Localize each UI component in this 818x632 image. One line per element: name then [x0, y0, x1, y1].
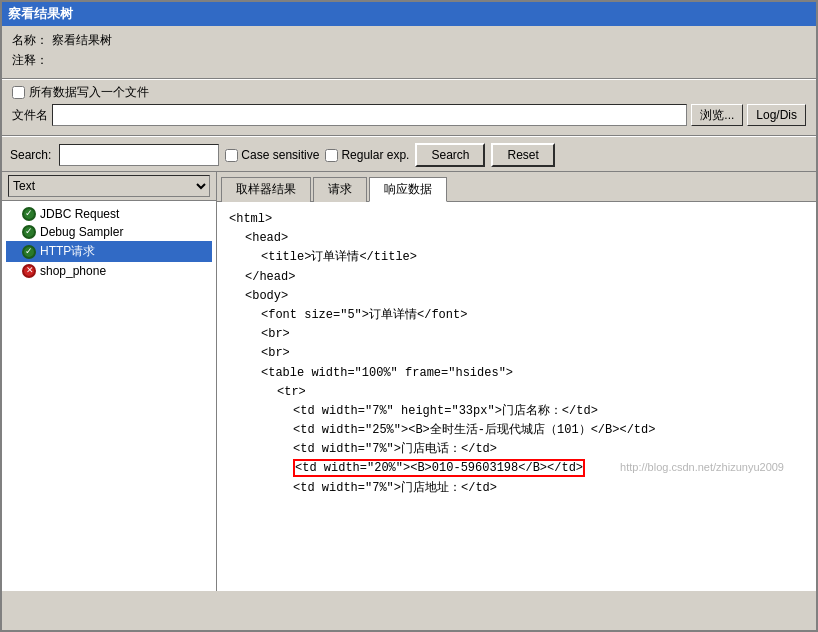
status-icon-green — [22, 245, 36, 259]
title-bar: 察看结果树 — [2, 2, 816, 26]
name-value: 察看结果树 — [52, 32, 112, 49]
tree-item-debug[interactable]: Debug Sampler — [6, 223, 212, 241]
reset-button[interactable]: Reset — [491, 143, 554, 167]
search-input[interactable] — [59, 144, 219, 166]
regular-exp-label: Regular exp. — [325, 148, 409, 162]
tree-area: JDBC Request Debug Sampler HTTP请求 shop_p… — [2, 201, 216, 591]
left-panel-header: Text — [2, 172, 216, 201]
right-panel: 取样器结果 请求 响应数据 <html> <head> <title>订单详情<… — [217, 172, 816, 591]
xml-line-2: <head> — [229, 229, 804, 248]
tabs-bar: 取样器结果 请求 响应数据 — [217, 172, 816, 202]
tree-item-http[interactable]: HTTP请求 — [6, 241, 212, 262]
tree-item-label-jdbc: JDBC Request — [40, 207, 119, 221]
tab-sampler[interactable]: 取样器结果 — [221, 177, 311, 202]
xml-line-6: <font size="5">订单详情</font> — [229, 306, 804, 325]
view-type-select[interactable]: Text — [8, 175, 210, 197]
content-area: <html> <head> <title>订单详情</title> </head… — [217, 202, 816, 591]
xml-line-1: <html> — [229, 210, 804, 229]
tree-item-label-shop: shop_phone — [40, 264, 106, 278]
logdis-button[interactable]: Log/Dis — [747, 104, 806, 126]
file-name-label: 文件名 — [12, 107, 52, 124]
xml-line-14: <td width="20%"><B>010-59603198</B></td>… — [229, 459, 804, 478]
tree-item-label-http: HTTP请求 — [40, 243, 95, 260]
watermark: http://blog.csdn.net/zhizunyu2009 — [620, 459, 784, 477]
form-section: 名称： 察看结果树 注释： — [2, 26, 816, 76]
xml-line-4: </head> — [229, 268, 804, 287]
tree-item-jdbc[interactable]: JDBC Request — [6, 205, 212, 223]
window-title: 察看结果树 — [8, 6, 73, 21]
file-section: 所有数据写入一个文件 文件名 浏览... Log/Dis — [2, 82, 816, 133]
all-data-row: 所有数据写入一个文件 — [12, 84, 806, 101]
name-label: 名称： — [12, 32, 52, 49]
case-sensitive-checkbox[interactable] — [225, 149, 238, 162]
browse-button[interactable]: 浏览... — [691, 104, 743, 126]
name-row: 名称： 察看结果树 — [12, 32, 806, 49]
tab-response[interactable]: 响应数据 — [369, 177, 447, 202]
status-icon-red — [22, 264, 36, 278]
xml-line-5: <body> — [229, 287, 804, 306]
xml-line-8: <br> — [229, 344, 804, 363]
tab-request[interactable]: 请求 — [313, 177, 367, 202]
xml-line-11: <td width="7%" height="33px">门店名称：</td> — [229, 402, 804, 421]
highlighted-content: <td width="20%"><B>010-59603198</B></td> — [293, 459, 585, 477]
tree-item-label-debug: Debug Sampler — [40, 225, 123, 239]
search-bar: Search: Case sensitive Regular exp. Sear… — [2, 139, 816, 171]
xml-line-13: <td width="7%">门店电话：</td> — [229, 440, 804, 459]
xml-line-15: <td width="7%">门店地址：</td> — [229, 479, 804, 498]
case-sensitive-label: Case sensitive — [225, 148, 319, 162]
file-row: 文件名 浏览... Log/Dis — [12, 104, 806, 126]
file-input[interactable] — [52, 104, 687, 126]
main-window: 察看结果树 名称： 察看结果树 注释： 所有数据写入一个文件 文件名 浏览...… — [0, 0, 818, 632]
xml-line-9: <table width="100%" frame="hsides"> — [229, 364, 804, 383]
all-data-label: 所有数据写入一个文件 — [29, 84, 149, 101]
main-area: Text JDBC Request Debug Sampler HTTP请求 — [2, 171, 816, 591]
left-panel: Text JDBC Request Debug Sampler HTTP请求 — [2, 172, 217, 591]
comment-label: 注释： — [12, 52, 52, 69]
regular-exp-checkbox[interactable] — [325, 149, 338, 162]
tree-item-shop[interactable]: shop_phone — [6, 262, 212, 280]
status-icon-green — [22, 207, 36, 221]
status-icon-green — [22, 225, 36, 239]
xml-line-3: <title>订单详情</title> — [229, 248, 804, 267]
all-data-checkbox[interactable] — [12, 86, 25, 99]
search-button[interactable]: Search — [415, 143, 485, 167]
xml-line-10: <tr> — [229, 383, 804, 402]
search-label: Search: — [10, 148, 51, 162]
xml-line-7: <br> — [229, 325, 804, 344]
xml-line-12: <td width="25%"><B>全时生活-后现代城店（101）</B></… — [229, 421, 804, 440]
comment-row: 注释： — [12, 52, 806, 69]
